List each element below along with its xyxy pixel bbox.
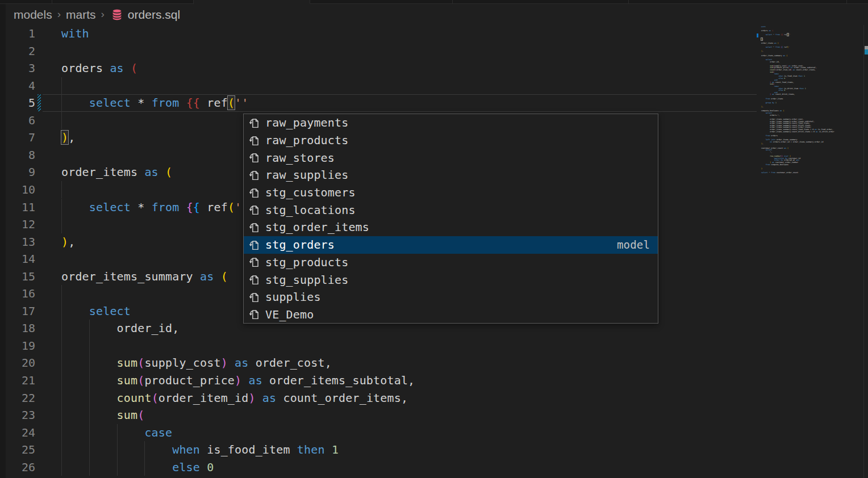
code-line[interactable]: order_items_summary as ( <box>61 268 228 286</box>
code-token: ) <box>235 374 241 387</box>
code-line[interactable]: case <box>61 424 172 442</box>
line-number[interactable]: 8 <box>0 146 35 164</box>
code-line[interactable]: select * from {{ ref(' <box>61 199 241 216</box>
suggest-item-supplies[interactable]: supplies <box>244 288 658 306</box>
line-number[interactable]: 18 <box>0 320 35 337</box>
line-number[interactable]: 9 <box>0 163 35 181</box>
code-token: count_order_items, <box>795 69 816 71</box>
code-line[interactable]: sum( <box>61 406 144 424</box>
line-number[interactable]: 20 <box>0 354 35 372</box>
minimap[interactable]: withorders as ( select * from {{ ref('')… <box>757 26 862 191</box>
suggest-item-stg_customers[interactable]: stg_customers <box>244 184 658 202</box>
code-token: as <box>200 270 214 283</box>
tab[interactable] <box>310 0 453 4</box>
suggest-item-raw_stores[interactable]: raw_stores <box>244 149 658 166</box>
tab-active[interactable] <box>194 0 310 4</box>
line-number[interactable]: 14 <box>0 250 35 268</box>
breadcrumb-item-models[interactable]: models <box>14 8 52 22</box>
code-token: ' <box>235 200 241 214</box>
chevron-right-icon: › <box>101 8 105 20</box>
database-icon <box>111 9 123 21</box>
line-number[interactable]: 21 <box>0 372 35 389</box>
code-line[interactable]: sum(supply_cost) as order_cost, <box>61 354 332 372</box>
tab[interactable] <box>453 0 629 4</box>
code-line[interactable]: else 0 <box>61 459 214 476</box>
line-number[interactable]: 4 <box>0 77 35 95</box>
tab[interactable] <box>629 0 847 4</box>
minimap-line: order_items_summary as ( <box>761 55 787 57</box>
tab[interactable] <box>847 0 868 4</box>
code-line[interactable]: with <box>61 25 89 43</box>
code-line[interactable]: select * from {{ ref('' <box>61 94 248 112</box>
indent-guide <box>61 199 62 216</box>
code-token: { <box>186 200 193 214</box>
line-number[interactable]: 3 <box>0 60 35 77</box>
line-number[interactable]: 24 <box>0 424 35 442</box>
suggest-item-stg_supplies[interactable]: stg_supplies <box>244 271 658 288</box>
suggest-item-stg_order_items[interactable]: stg_order_items <box>244 219 658 236</box>
code-token: count <box>117 391 152 405</box>
code-token: order_items_summary <box>761 54 783 57</box>
line-number[interactable]: 26 <box>0 459 35 476</box>
line-number[interactable]: 16 <box>0 285 35 303</box>
suggest-item-raw_products[interactable]: raw_products <box>244 132 658 149</box>
code-line[interactable]: ), <box>61 233 75 251</box>
code-line[interactable]: order_id, <box>61 320 179 337</box>
code-token: 1 <box>332 443 339 456</box>
code-line[interactable]: count(order_item_id) as count_order_item… <box>61 389 408 407</box>
code-token: , <box>762 50 763 52</box>
tab[interactable] <box>52 0 194 4</box>
code-token: select <box>89 96 131 110</box>
code-line[interactable]: when is_food_item then 1 <box>61 441 339 459</box>
code-token <box>61 304 89 318</box>
suggest-item-stg_orders[interactable]: stg_ordersmodel <box>244 236 658 254</box>
code-line[interactable]: end <box>61 476 165 478</box>
suggest-item-raw_supplies[interactable]: raw_supplies <box>244 166 658 184</box>
line-number[interactable]: 5 <box>0 94 35 112</box>
suggest-item-stg_products[interactable]: stg_products <box>244 254 658 271</box>
code-line[interactable]: ), <box>61 129 75 146</box>
code-token <box>228 356 235 370</box>
line-number[interactable]: 13 <box>0 233 35 251</box>
line-number[interactable]: 2 <box>0 43 35 60</box>
line-number[interactable]: 1 <box>0 25 35 43</box>
code-token: ( <box>221 270 228 283</box>
code-token: with <box>61 27 89 40</box>
suggest-item-VE_Demo[interactable]: VE_Demo <box>244 306 658 324</box>
code-line[interactable]: order_items as ( <box>61 163 172 181</box>
line-number[interactable]: 19 <box>0 337 35 355</box>
breadcrumb-file-name[interactable]: orders.sql <box>128 8 180 22</box>
line-number[interactable]: 27 <box>0 476 35 478</box>
code-line[interactable]: select <box>61 303 131 320</box>
modified-line-gutter-marker <box>37 94 41 111</box>
tab[interactable] <box>0 0 52 4</box>
breadcrumb-item-marts[interactable]: marts <box>66 8 96 22</box>
line-number[interactable]: 11 <box>0 199 35 216</box>
line-number[interactable]: 6 <box>0 112 35 129</box>
code-token: orders <box>761 30 769 32</box>
code-line[interactable]: orders as ( <box>61 60 137 77</box>
line-number[interactable]: 22 <box>0 389 35 407</box>
line-number[interactable]: 17 <box>0 303 35 320</box>
code-token: 0 <box>784 77 785 79</box>
line-number[interactable]: 15 <box>0 268 35 286</box>
line-number[interactable]: 23 <box>0 406 35 424</box>
suggest-item-stg_locations[interactable]: stg_locations <box>244 201 658 219</box>
line-number[interactable]: 7 <box>0 129 35 146</box>
code-token: as <box>235 356 248 370</box>
code-token: , <box>68 235 75 249</box>
code-editor-window: models › marts › orders.sql 123456789101… <box>0 0 868 478</box>
code-line[interactable]: sum(product_price) as order_items_subtot… <box>61 372 415 389</box>
minimap-line: with <box>761 26 766 28</box>
suggest-item-label: stg_order_items <box>265 220 369 234</box>
line-number[interactable]: 12 <box>0 216 35 233</box>
line-number[interactable]: 10 <box>0 181 35 199</box>
overview-ruler[interactable] <box>864 25 868 478</box>
indent-guide <box>144 441 145 459</box>
code-token: is_drink_order <box>818 131 834 133</box>
suggest-item-label: raw_supplies <box>265 168 348 182</box>
code-token: case <box>144 426 172 439</box>
indent-guide <box>89 354 90 372</box>
suggest-item-raw_payments[interactable]: raw_payments <box>244 114 658 132</box>
line-number[interactable]: 25 <box>0 441 35 459</box>
